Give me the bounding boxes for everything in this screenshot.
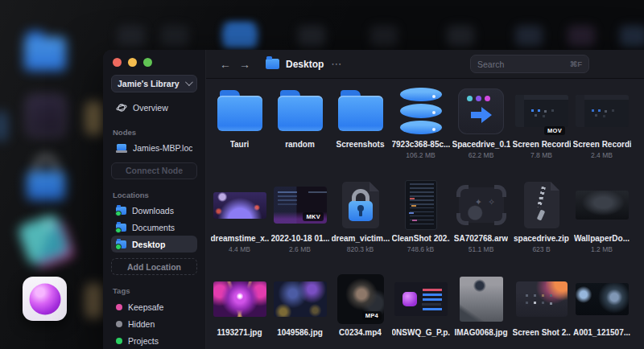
file-tile-screenshot[interactable]: Screen Shot 2... — [511, 270, 572, 349]
file-name: random — [285, 140, 315, 149]
file-name: dream_victim.... — [332, 234, 390, 243]
folder-icon — [217, 96, 262, 131]
file-tile-zip[interactable]: spacedrive.zip 623 B — [511, 176, 572, 270]
stars-icon: ✦ ✧ — [475, 197, 497, 207]
sidebar: Jamie's Library Overview Nodes Jamies-MB… — [103, 50, 206, 349]
format-badge: MOV — [544, 126, 565, 135]
image-thumbnail — [576, 191, 629, 220]
file-tile-tauri[interactable]: Tauri — [209, 82, 270, 176]
sidebar-item-desktop[interactable]: Desktop — [111, 236, 197, 253]
file-tile-random[interactable]: random — [270, 82, 330, 176]
file-tile-cleanshot[interactable]: CleanShot 202... 748.6 kB — [390, 176, 451, 270]
file-name: IMAG0068.jpg — [454, 328, 507, 337]
video-thumbnail — [576, 283, 629, 315]
file-tile-1193271[interactable]: 1193271.jpg — [209, 270, 270, 349]
close-button[interactable] — [113, 58, 122, 67]
file-name: dreamstime_x... — [211, 234, 269, 243]
file-name: A001_121507... — [573, 328, 630, 337]
sidebar-item-tag-projects[interactable]: Projects — [111, 332, 197, 349]
planet-icon — [116, 102, 127, 113]
desktop-icon — [118, 26, 145, 47]
file-tile-encrypted-doc[interactable]: dream_victim.... 820.3 kB — [330, 176, 390, 270]
tag-dot-icon — [116, 338, 122, 344]
file-name: Screen Recordi... — [573, 140, 631, 149]
file-size: 62.2 MB — [469, 151, 494, 159]
file-tile-c0234[interactable]: MP4 C0234.mp4 — [330, 270, 390, 349]
file-grid: Tauri random Screenshots 7923c368-85c...… — [206, 79, 644, 349]
image-thumbnail — [405, 180, 437, 230]
file-name: Tauri — [230, 140, 250, 149]
main-area: ← → Desktop ⋯ ⌘F Tauri random — [206, 50, 644, 349]
image-thumbnail — [516, 281, 568, 317]
location-label: Documents — [132, 223, 175, 232]
file-tile-database[interactable]: 7923c368-85c... 106.2 MB — [390, 82, 451, 176]
file-size: 2.4 MB — [591, 151, 613, 159]
file-tile-screenshots[interactable]: Screenshots — [330, 82, 390, 176]
search-shortcut: ⌘F — [570, 60, 582, 68]
zip-archive-icon — [524, 182, 559, 228]
back-button[interactable]: ← — [216, 58, 235, 71]
section-header-nodes: Nodes — [111, 128, 197, 137]
image-thumbnail — [394, 282, 448, 316]
search-input[interactable] — [477, 60, 570, 69]
desktop-icon — [568, 26, 595, 47]
desktop-icon — [85, 283, 103, 318]
format-badge: MP4 — [362, 311, 382, 320]
search-box[interactable]: ⌘F — [470, 55, 589, 73]
image-thumbnail — [213, 281, 266, 317]
file-tile-mkv-video[interactable]: MKV 2022-10-18 01... 2.6 MB — [270, 176, 330, 270]
grid-row: dreamstime_x... 4.4 MB MKV 2022-10-18 01… — [209, 176, 644, 270]
grid-row: 1193271.jpg 1049586.jpg MP4 C0234.mp4 0N… — [209, 270, 644, 349]
image-thumbnail — [274, 281, 327, 317]
file-tile-wallpaper[interactable]: WallpaperDo... 1.2 MB — [572, 176, 632, 270]
file-tile-raw-photo[interactable]: ✦ ✧ SA702768.arw 51.1 MB — [451, 176, 511, 270]
more-options-button[interactable]: ⋯ — [331, 58, 342, 70]
desktop-icon — [85, 101, 103, 135]
connect-node-button[interactable]: Connect Node — [111, 162, 197, 179]
add-location-button[interactable]: Add Location — [111, 258, 197, 275]
sidebar-item-node[interactable]: Jamies-MBP.local... — [111, 140, 197, 157]
forward-button[interactable]: → — [235, 58, 254, 71]
zoom-button[interactable] — [143, 58, 152, 67]
file-tile-1049586[interactable]: 1049586.jpg — [270, 270, 330, 349]
file-tile-a001[interactable]: A001_121507... — [572, 270, 632, 349]
tag-dot-icon — [116, 321, 122, 327]
file-size: 7.8 MB — [530, 151, 552, 159]
spacedrive-window: Jamie's Library Overview Nodes Jamies-MB… — [103, 50, 644, 349]
folder-icon — [266, 59, 279, 69]
app-box-icon — [26, 95, 66, 137]
desktop-icon — [161, 26, 188, 47]
folder-icon — [338, 96, 383, 131]
file-tile-dreamstime[interactable]: dreamstime_x... 4.4 MB — [209, 176, 270, 270]
desktop-icon — [620, 26, 644, 47]
node-name: Jamies-MBP.local... — [133, 143, 192, 153]
sidebar-item-label: Overview — [133, 103, 168, 113]
file-tile-0nswq[interactable]: 0NSWQ_G_P.p... — [390, 270, 451, 349]
file-tile-screen-recording-1[interactable]: MOV Screen Recordi... 7.8 MB — [511, 82, 572, 176]
sidebar-item-documents[interactable]: Documents — [111, 220, 197, 236]
file-tile-screen-recording-2[interactable]: Screen Recordi... 2.4 MB — [572, 82, 632, 176]
folder-icon — [116, 207, 126, 215]
library-dropdown[interactable]: Jamie's Library — [111, 75, 197, 92]
image-thumbnail — [213, 192, 266, 219]
spacedrive-app-icon[interactable] — [23, 277, 67, 321]
file-name: SA702768.arw — [454, 234, 508, 243]
library-name: Jamie's Library — [118, 79, 180, 88]
file-name: Screen Recordi... — [513, 140, 571, 149]
file-tile-imag0068[interactable]: IMAG0068.jpg — [451, 270, 511, 349]
file-tile-spacedrive-app[interactable]: Spacedrive_0.1... 62.2 MB — [451, 82, 511, 176]
tag-label: Hidden — [128, 319, 155, 329]
arrow-right-icon — [469, 105, 493, 125]
database-icon — [222, 23, 258, 48]
file-name: WallpaperDo... — [574, 234, 630, 243]
location-label: Downloads — [132, 206, 174, 216]
lock-icon — [349, 201, 373, 221]
minimize-button[interactable] — [128, 58, 137, 67]
sidebar-item-downloads[interactable]: Downloads — [111, 203, 197, 220]
grid-row: Tauri random Screenshots 7923c368-85c...… — [209, 82, 644, 176]
sidebar-item-tag-hidden[interactable]: Hidden — [111, 315, 197, 332]
spacedrive-orb-icon — [29, 283, 60, 314]
desktop-icon — [370, 26, 398, 47]
sidebar-item-tag-keepsafe[interactable]: Keepsafe — [111, 298, 197, 315]
sidebar-item-overview[interactable]: Overview — [111, 100, 197, 117]
